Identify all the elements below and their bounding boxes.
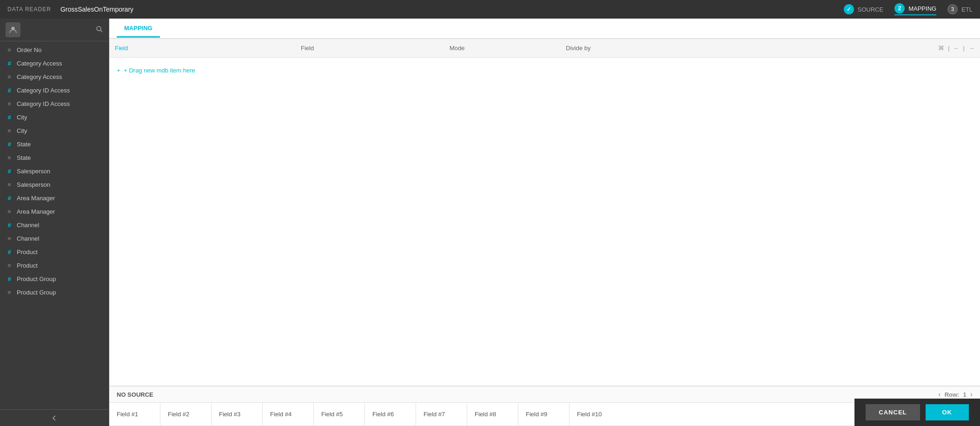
sidebar-item-7[interactable]: #State [0,138,109,151]
sidebar-item-14[interactable]: ≡Channel [0,232,109,245]
sidebar-collapse-button[interactable] [0,409,109,426]
sidebar-item-10[interactable]: ≡Salesperson [0,178,109,191]
step-source-label: SOURCE [858,6,884,13]
sidebar-item-8[interactable]: ≡State [0,151,109,164]
sidebar-item-label: Channel [17,235,103,242]
content-area: MAPPING Field Field Mode Divide by ⌘ | ←… [109,19,980,426]
field-cell-4: Field #4 [263,403,314,426]
sidebar-list: ≡Order No#Category Access≡Category Acces… [0,41,109,409]
field-cell-2: Field #2 [160,403,212,426]
ok-button[interactable]: OK [926,404,969,420]
sidebar-item-label: Area Manager [17,208,103,215]
step-source-badge: ✓ [844,4,854,14]
lines-icon: ≡ [6,262,13,269]
hash-icon: # [6,60,13,67]
lines-icon: ≡ [6,127,13,134]
sidebar-header [0,19,109,41]
step-etl-badge: 3 [947,4,958,14]
step-etl[interactable]: 3 ETL [947,4,973,14]
step-mapping[interactable]: 2 MAPPING [894,3,936,15]
lines-icon: ≡ [6,73,13,80]
lines-icon: ≡ [6,154,13,161]
tab-bar: MAPPING [109,19,980,39]
col-divide-header: Divide by [560,45,700,52]
sidebar-item-label: Channel [17,222,103,229]
search-icon[interactable] [96,26,103,34]
sidebar-item-17[interactable]: #Product Group [0,272,109,286]
lines-icon: ≡ [6,208,13,215]
field-cell-7: Field #7 [416,403,467,426]
sidebar: ≡Order No#Category Access≡Category Acces… [0,19,109,426]
app-name: DATA READER [7,6,51,13]
field-cell-1: Field #1 [109,403,160,426]
row-label: Row: [945,391,960,398]
step-source[interactable]: ✓ SOURCE [844,4,884,14]
step-mapping-label: MAPPING [908,5,936,12]
sidebar-item-3[interactable]: #Category ID Access [0,84,109,97]
lines-icon: ≡ [6,46,13,53]
step-etl-label: ETL [961,6,973,13]
sidebar-item-16[interactable]: ≡Product [0,259,109,272]
lines-icon: ≡ [6,181,13,188]
sidebar-item-1[interactable]: #Category Access [0,57,109,70]
sidebar-item-label: Product Group [17,275,103,282]
sidebar-item-label: Order No [17,46,103,53]
lines-icon: ≡ [6,100,13,107]
field-cell-10: Field #10 [569,403,621,426]
sidebar-item-label: Category Access [17,73,103,80]
sidebar-item-label: Area Manager [17,195,103,202]
bottom-section: NO SOURCE ‹ Row: 1 › Field #1Field #2Fie… [109,386,980,426]
sidebar-item-2[interactable]: ≡Category Access [0,70,109,84]
cancel-button[interactable]: CANCEL [866,404,920,420]
mapping-header: Field Field Mode Divide by ⌘ | ← | → [109,39,980,58]
sidebar-item-label: City [17,127,103,134]
no-source-bar: NO SOURCE ‹ Row: 1 › [109,387,980,403]
row-value: 1 [963,391,966,398]
footer: CANCEL OK [854,399,980,426]
tab-mapping[interactable]: MAPPING [117,20,160,38]
field-cell-6: Field #6 [365,403,416,426]
sidebar-item-6[interactable]: ≡City [0,124,109,138]
sidebar-item-5[interactable]: #City [0,111,109,124]
row-nav: ‹ Row: 1 › [938,390,973,399]
sidebar-item-label: Product [17,249,103,256]
svg-line-2 [100,30,102,32]
sidebar-item-label: Category Access [17,60,103,67]
hash-icon: # [6,249,13,256]
field-cell-8: Field #8 [467,403,518,426]
sidebar-item-18[interactable]: ≡Product Group [0,286,109,299]
svg-point-1 [97,26,101,31]
hash-icon: # [6,275,13,282]
hash-icon: # [6,222,13,229]
hash-icon: # [6,114,13,121]
field-cell-5: Field #5 [314,403,365,426]
sidebar-item-9[interactable]: #Salesperson [0,164,109,178]
hash-icon: # [6,168,13,175]
col-field-source-header: Field [109,39,295,58]
sidebar-item-label: Product Group [17,289,103,296]
sidebar-item-4[interactable]: ≡Category ID Access [0,97,109,111]
sidebar-item-label: City [17,114,103,121]
main-layout: ≡Order No#Category Access≡Category Acces… [0,19,980,426]
no-source-label: NO SOURCE [117,391,153,398]
lines-icon: ≡ [6,289,13,296]
prev-row-button[interactable]: ‹ [938,390,940,399]
lines-icon: ≡ [6,235,13,242]
col-field-header: Field [295,45,444,52]
sidebar-item-13[interactable]: #Channel [0,218,109,232]
sidebar-item-label: State [17,141,103,148]
hash-icon: # [6,141,13,148]
sidebar-item-label: Category ID Access [17,87,103,94]
sidebar-item-15[interactable]: #Product [0,245,109,259]
sidebar-item-label: State [17,154,103,161]
next-row-button[interactable]: › [970,390,973,399]
sidebar-item-label: Category ID Access [17,100,103,107]
arrow-icon [130,39,137,58]
sidebar-item-0[interactable]: ≡Order No [0,43,109,57]
sidebar-item-12[interactable]: ≡Area Manager [0,205,109,218]
drop-area[interactable]: + + Drag new mdb item here [109,58,980,386]
sidebar-item-label: Salesperson [17,181,103,188]
col-mode-header: Mode [444,45,560,52]
sidebar-item-11[interactable]: #Area Manager [0,191,109,205]
col-icons-header: ⌘ | ← | → [700,45,980,52]
